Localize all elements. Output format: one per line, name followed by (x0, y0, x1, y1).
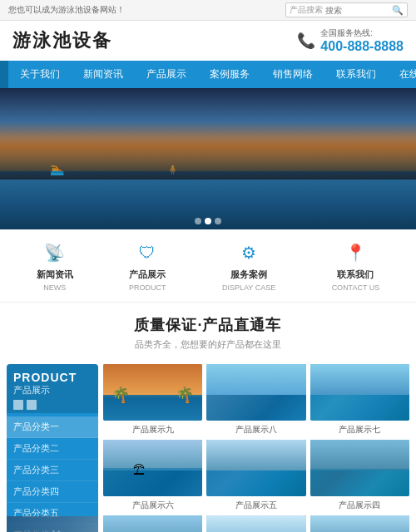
sky-4 (310, 440, 409, 470)
palm-9b: 🌴 (176, 386, 194, 404)
product-label-4: 产品展示四 (310, 498, 409, 511)
sidebar-icon-2 (27, 400, 37, 410)
product-card-6[interactable]: ⛱ 产品展示六 (103, 440, 202, 511)
product-img-1 (310, 515, 409, 532)
product-grid: 🌴 🌴 产品展示九 产品展示八 (103, 364, 409, 532)
contact-icon: 📍 (342, 239, 369, 266)
sidebar-menu-item-2[interactable]: 产品分类二 (7, 438, 98, 460)
search-input[interactable] (325, 6, 392, 15)
product-card-9[interactable]: 🌴 🌴 产品展示九 (103, 364, 202, 436)
product-card-1[interactable]: 产品展示一 (310, 515, 409, 532)
section-subtitle: 品类齐全，您想要的好产品都在这里 (8, 338, 408, 351)
product-label-9: 产品展示九 (103, 422, 202, 436)
feature-case[interactable]: ⚙ 服务案例 DISPLAY CASE (222, 239, 275, 292)
hero-figure2: 🧍 (166, 164, 179, 175)
sidebar-menu-item-1[interactable]: 产品分类一 (7, 416, 98, 438)
pool-visual-2 (206, 515, 305, 532)
search-button[interactable]: 🔍 (392, 5, 404, 16)
product-label-5: 产品展示五 (206, 498, 305, 511)
feature-news-title: 新闻资讯 (37, 268, 73, 281)
feature-product[interactable]: 🛡 产品展示 PRODUCT (129, 239, 166, 292)
product-card-8[interactable]: 产品展示八 (206, 364, 305, 436)
pool-visual-8 (206, 364, 305, 421)
hero-dot-1[interactable] (195, 218, 201, 224)
pool-visual-3: 🌴 (103, 515, 202, 532)
product-section: PRODUCT 产品展示 产品分类一 产品分类二 产品分类三 产品分类四 产品分… (0, 357, 416, 532)
section-title: 质量保证·产品直通车 (8, 315, 408, 335)
features-row: 📡 新闻资讯 NEWS 🛡 产品展示 PRODUCT ⚙ 服务案例 DISPLA… (0, 229, 416, 303)
feature-news[interactable]: 📡 新闻资讯 NEWS (37, 239, 73, 292)
product-label-8: 产品展示八 (206, 422, 305, 436)
sidebar-icons (13, 400, 92, 410)
hero-dot-2[interactable] (205, 218, 211, 224)
product-card-2[interactable]: 产品展示二 (206, 515, 305, 532)
sidebar-header: PRODUCT 产品展示 (7, 364, 98, 413)
product-img-6: ⛱ (103, 440, 202, 496)
product-img-2 (206, 515, 305, 532)
phone-icon: 📞 (297, 32, 315, 50)
product-row-3: 🌴 产品展示三 产品展示二 (103, 515, 409, 532)
sidebar-en-label: PRODUCT (13, 371, 92, 384)
feature-contact[interactable]: 📍 联系我们 CONTACT US (332, 239, 380, 292)
product-img-9: 🌴 🌴 (103, 364, 202, 421)
product-card-4[interactable]: 产品展示四 (310, 440, 409, 511)
water-7 (310, 395, 409, 421)
sky-7 (310, 364, 409, 395)
nav-item-sales[interactable]: 销售网络 (261, 61, 324, 88)
umbrella-6: ⛱ (133, 463, 145, 476)
section-header: 质量保证·产品直通车 品类齐全，您想要的好产品都在这里 (0, 303, 416, 357)
sidebar-menu-item-3[interactable]: 产品分类三 (7, 460, 98, 481)
product-icon: 🛡 (134, 239, 161, 266)
water-8 (206, 395, 305, 421)
nav-item-about[interactable]: 关于我们 (8, 61, 72, 88)
nav-item-contact[interactable]: 联系我们 (324, 61, 388, 88)
pool-visual-9: 🌴 🌴 (103, 364, 202, 421)
news-icon: 📡 (42, 239, 68, 266)
case-icon: ⚙ (235, 239, 262, 266)
feature-product-sub: PRODUCT (129, 283, 166, 292)
nav-item-message[interactable]: 在线留言 (388, 61, 416, 88)
product-img-3: 🌴 (103, 515, 202, 532)
top-bar-text: 您也可以成为游泳池设备网站！ (8, 4, 125, 16)
pool-visual-6: ⛱ (103, 440, 202, 496)
sky-8 (206, 364, 305, 395)
sidebar-icon-1 (13, 400, 23, 410)
sidebar-menu-item-4[interactable]: 产品分类四 (7, 481, 98, 503)
product-card-3[interactable]: 🌴 产品展示三 (103, 515, 202, 532)
product-sidebar: PRODUCT 产品展示 产品分类一 产品分类二 产品分类三 产品分类四 产品分… (7, 364, 98, 532)
product-card-5[interactable]: 产品展示五 (206, 440, 305, 511)
phone-number: 400-888-8888 (320, 39, 404, 53)
product-row-1: 🌴 🌴 产品展示九 产品展示八 (103, 364, 409, 436)
sky-5 (206, 440, 305, 470)
product-img-7 (310, 364, 409, 421)
nav-item-home[interactable]: 首页 (0, 61, 8, 88)
search-label-text: 产品搜索 (290, 4, 323, 16)
product-row-2: ⛱ 产品展示六 产品展示五 (103, 440, 409, 511)
pool-visual-4 (310, 440, 409, 496)
sky-1 (310, 515, 409, 532)
hero-dot-3[interactable] (215, 218, 221, 224)
search-box[interactable]: 产品搜索 🔍 (285, 2, 408, 17)
sky-3 (103, 515, 202, 532)
product-img-5 (206, 440, 305, 496)
phone-info: 全国服务热线: 400-888-8888 (320, 27, 404, 54)
water-4 (310, 469, 409, 496)
feature-product-title: 产品展示 (129, 268, 166, 281)
hero-banner: 🏊 🧍 (0, 88, 416, 229)
main-nav: 首页 关于我们 新闻资讯 产品展示 案例服务 销售网络 联系我们 在线留言 (0, 61, 416, 88)
sidebar-menu: 产品分类一 产品分类二 产品分类三 产品分类四 产品分类五 产品分类六 (7, 413, 98, 532)
nav-item-news[interactable]: 新闻资讯 (72, 61, 135, 88)
feature-contact-sub: CONTACT US (332, 283, 380, 292)
nav-item-products[interactable]: 产品展示 (135, 61, 198, 88)
pool-visual-1 (310, 515, 409, 532)
hero-dots (195, 218, 221, 224)
water-6 (103, 468, 202, 496)
sidebar-zh-label: 产品展示 (13, 384, 92, 397)
product-card-7[interactable]: 产品展示七 (310, 364, 409, 436)
sky-6 (103, 440, 202, 470)
sky-2 (206, 515, 305, 532)
feature-news-sub: NEWS (43, 283, 66, 292)
nav-item-cases[interactable]: 案例服务 (198, 61, 261, 88)
palm-9a: 🌴 (111, 386, 130, 404)
logo: 游泳池设备 (12, 28, 112, 53)
